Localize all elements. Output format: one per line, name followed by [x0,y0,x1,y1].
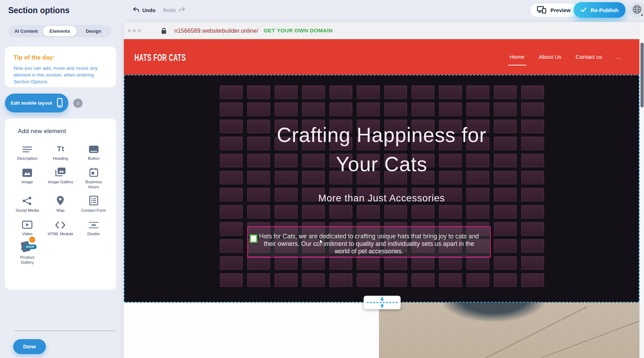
wall-tile [384,256,407,270]
republish-button[interactable]: Re-Publish [574,2,625,18]
wall-tile [494,205,517,219]
wall-tile [494,256,517,270]
language-globe-button[interactable] [629,2,644,18]
add-element-product-gallery[interactable]: ↑ SHOP Product Gallery [11,242,44,265]
wall-tile [357,256,380,270]
upgrade-arrow-badge: ↑ [29,237,35,243]
contact-form-icon [89,195,98,205]
element-label: Business Hours [80,179,107,189]
wall-tile [466,85,489,99]
add-element-map[interactable]: Map [44,195,77,213]
next-section-photo [379,302,639,358]
resize-arrows-icon [364,296,401,309]
add-element-description[interactable]: Description [11,143,44,161]
redo-icon [179,7,185,14]
business-hours-icon [89,166,98,177]
nav-home[interactable]: Home [510,54,524,60]
wall-tile [220,222,243,236]
wall-tile [384,85,407,99]
add-element-heading[interactable]: Tt Heading [44,143,77,161]
tab-ai-content[interactable]: AI Content [9,26,43,36]
heading-icon: Tt [57,143,64,153]
panel-divider [14,331,116,331]
selected-hero-section[interactable]: Crafting Happiness for Your Cats More th… [124,75,639,302]
wall-tile [439,205,462,219]
site-nav: Home About Us Contact us ... [510,39,621,75]
element-label: Divider [87,231,100,236]
mobile-phone-icon [57,98,63,109]
devices-icon [537,6,547,15]
mouse-cursor [319,238,324,247]
add-element-html-module[interactable]: HTML Module [44,218,77,236]
wall-tile [521,256,544,270]
tab-elements[interactable]: Elements [43,26,77,36]
wall-tile [302,205,325,219]
add-element-button[interactable]: Button [77,143,110,161]
hero-paragraph[interactable]: Hats for Cats, we are dedicated to craft… [248,227,490,255]
element-drag-handle[interactable] [250,235,257,243]
site-logo[interactable]: HATS FOR CATS [134,52,186,63]
wall-tile [521,222,544,236]
element-label: Heading [53,156,68,161]
element-label: Image [22,179,33,184]
wall-tile [275,102,297,116]
element-label: Image Gallery [48,179,73,184]
wall-tile [439,256,462,270]
preview-button[interactable]: Preview [530,3,578,17]
done-button[interactable]: Done [13,339,46,354]
wall-tile [412,102,434,116]
wall-tile [247,205,270,219]
add-element-video[interactable]: Video [11,218,44,236]
browser-scrollbar[interactable] [639,22,644,358]
add-element-image[interactable]: Image [11,166,44,189]
browser-chrome-bar: n1566589.websitebuilder.online/ GET YOUR… [124,22,644,39]
scrollbar-thumb[interactable] [640,43,644,107]
undo-icon [133,7,139,14]
nav-contact-us[interactable]: Contact us [576,54,602,60]
wall-tile [357,85,380,99]
info-icon[interactable]: i [73,99,83,108]
tip-of-the-day-card: Tip of the day: Now you can add, move an… [5,47,116,87]
get-domain-link[interactable]: GET YOUR OWN DOMAIN [264,27,333,34]
wall-tile [247,256,270,270]
wall-tile [247,85,270,99]
hero-heading[interactable]: Crafting Happiness for Your Cats [125,120,639,179]
wall-tile [357,102,380,116]
hero-subheading[interactable]: More than Just Accessories [125,193,639,204]
wall-tile [439,273,462,287]
wall-tile [412,205,434,219]
add-new-element-card: Add new element Description Tt Heading B… [5,119,116,290]
nav-about-us[interactable]: About Us [539,54,561,60]
html-code-icon [55,218,66,229]
selected-text-element[interactable]: Hats for Cats, we are dedicated to craft… [247,226,491,258]
wall-tile [220,205,243,219]
edit-mobile-layout-button[interactable]: Edit mobile layout [5,94,68,112]
add-element-image-gallery[interactable]: Image Gallery [44,166,77,189]
wall-tile [466,102,489,116]
tab-design[interactable]: Design [76,26,110,36]
element-label: Video [22,231,32,236]
tip-title: Tip of the day: [14,54,107,61]
add-element-divider[interactable]: Divider [77,218,110,236]
wall-tile [329,102,352,116]
section-resize-handle[interactable] [364,296,401,309]
add-element-social-media[interactable]: Social Media [11,195,44,213]
element-label: Button [88,156,100,161]
wall-tile [247,273,270,287]
wall-tile [275,205,297,219]
site-header: HATS FOR CATS Home About Us Contact us .… [124,39,639,75]
globe-status-dot [640,14,644,17]
wall-tile [220,239,243,253]
redo-button[interactable]: Redo [163,7,185,14]
image-icon [22,166,32,177]
video-icon [22,218,32,229]
element-label: HTML Module [48,231,73,236]
add-element-contact-form[interactable]: Contact Form [77,195,110,213]
nav-more[interactable]: ... [616,54,621,60]
wall-tile [439,85,462,99]
wall-tile [357,273,380,287]
wall-tile [521,85,544,99]
undo-button[interactable]: Undo [133,7,155,14]
add-element-business-hours[interactable]: Business Hours [77,166,110,189]
next-section-blank [124,302,379,358]
